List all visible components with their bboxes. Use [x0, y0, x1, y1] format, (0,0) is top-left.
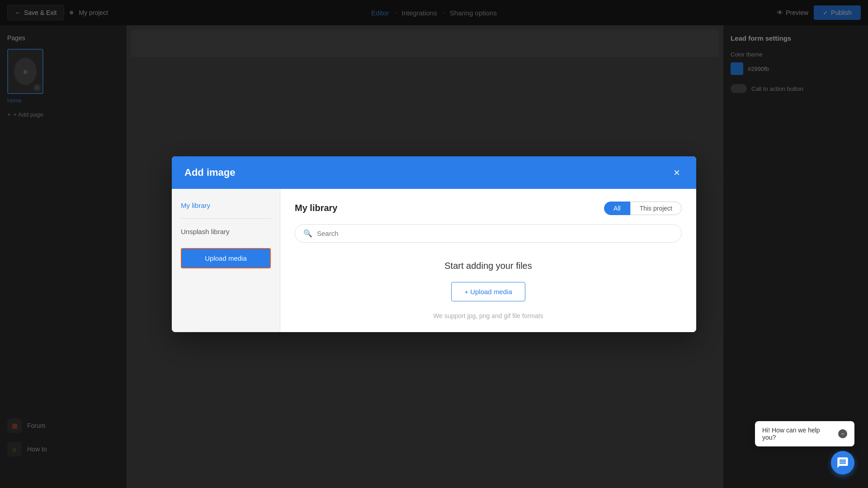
modal-header: Add image × [172, 156, 696, 189]
chat-message-bubble: Hi! How can we help you? − [755, 421, 854, 446]
chat-dismiss-button[interactable]: − [838, 429, 847, 438]
my-library-nav-item[interactable]: My library [181, 200, 271, 211]
modal-sidebar: My library Unsplash library Upload media [172, 189, 280, 332]
empty-state: Start adding your files + Upload media W… [295, 261, 682, 319]
support-formats-text: We support jpg, png and gif file formats [433, 312, 543, 319]
filter-buttons: All This project [604, 202, 682, 215]
nav-divider [181, 218, 271, 219]
chat-avatar-icon [836, 456, 849, 469]
search-icon: 🔍 [303, 229, 312, 238]
library-title: My library [295, 203, 337, 213]
upload-media-main-button[interactable]: + Upload media [451, 282, 525, 301]
modal-title: Add image [184, 167, 235, 178]
add-image-modal: Add image × My library Unsplash library … [172, 156, 696, 332]
filter-all-button[interactable]: All [604, 202, 630, 215]
library-header: My library All This project [295, 202, 682, 215]
filter-this-project-button[interactable]: This project [630, 202, 682, 215]
modal-overlay: Add image × My library Unsplash library … [0, 0, 868, 488]
modal-close-button[interactable]: × [670, 165, 684, 180]
unsplash-library-nav-item[interactable]: Unsplash library [181, 226, 271, 237]
search-input[interactable] [317, 230, 673, 237]
chat-message-text: Hi! How can we help you? [762, 427, 834, 441]
modal-body: My library Unsplash library Upload media… [172, 189, 696, 332]
sidebar-upload-media-button[interactable]: Upload media [181, 248, 271, 268]
chat-bubble-widget: Hi! How can we help you? − [755, 421, 854, 474]
chat-avatar-button[interactable] [831, 451, 854, 474]
search-bar: 🔍 [295, 224, 682, 243]
empty-state-title: Start adding your files [444, 261, 532, 271]
modal-content: My library All This project 🔍 Start addi… [280, 189, 696, 332]
